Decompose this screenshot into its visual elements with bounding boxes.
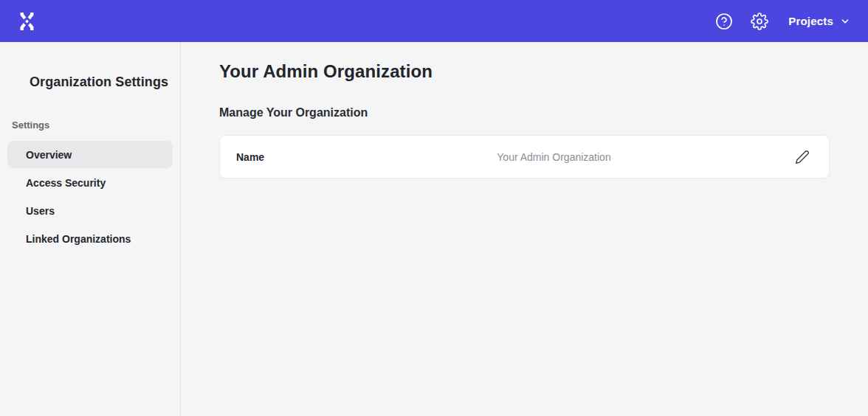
organization-name-value: Your Admin Organization	[325, 151, 783, 163]
main-content: Your Admin Organization Manage Your Orga…	[181, 42, 868, 416]
projects-dropdown[interactable]: Projects	[788, 15, 850, 27]
top-navigation-bar: Projects	[0, 0, 868, 42]
organization-name-row: Name Your Admin Organization	[219, 135, 830, 178]
sidebar-item-linked-organizations[interactable]: Linked Organizations	[7, 225, 173, 252]
section-title: Manage Your Organization	[219, 106, 830, 119]
projects-dropdown-label: Projects	[788, 15, 833, 27]
sidebar-title: Organization Settings	[0, 74, 180, 90]
name-field-label: Name	[236, 151, 325, 163]
brand-x-logo[interactable]	[15, 10, 38, 33]
sidebar-item-access-security[interactable]: Access Security	[7, 169, 173, 196]
sidebar-item-label: Access Security	[26, 177, 106, 189]
page-title: Your Admin Organization	[219, 61, 830, 82]
sidebar-item-label: Linked Organizations	[26, 233, 131, 245]
gear-icon[interactable]	[750, 12, 769, 31]
sidebar-item-label: Users	[26, 205, 55, 217]
help-circle-icon[interactable]	[714, 12, 734, 31]
sidebar-nav: Overview Access Security Users Linked Or…	[0, 141, 180, 252]
settings-sidebar: Organization Settings Settings Overview …	[0, 42, 181, 416]
sidebar-item-overview[interactable]: Overview	[7, 141, 173, 168]
sidebar-section-label: Settings	[0, 119, 180, 131]
pencil-edit-icon[interactable]	[792, 147, 813, 167]
chevron-down-icon	[840, 16, 850, 27]
sidebar-item-users[interactable]: Users	[7, 197, 173, 224]
sidebar-item-label: Overview	[26, 149, 72, 161]
